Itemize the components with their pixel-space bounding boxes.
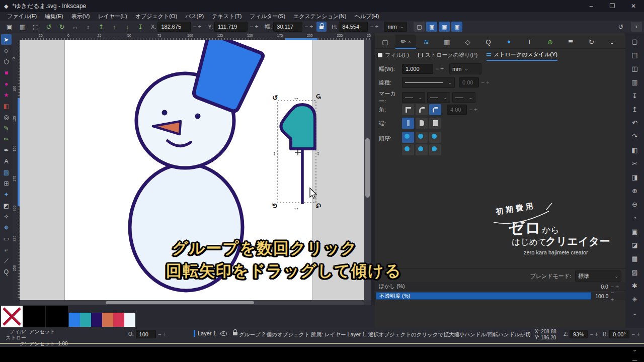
palette-swatch-crimson[interactable] xyxy=(113,313,124,327)
text-tool[interactable]: A xyxy=(1,156,12,166)
node-tool[interactable]: ⬦ xyxy=(1,45,12,56)
open-icon[interactable]: ▤ xyxy=(629,49,641,61)
fill-stroke-tab[interactable]: ✏× xyxy=(395,35,416,49)
rotation-spin[interactable]: −+ xyxy=(631,331,641,338)
cap-butt-button[interactable] xyxy=(402,118,414,129)
cut-icon[interactable]: ✂ xyxy=(629,157,641,169)
document-properties-tab[interactable]: ▢ xyxy=(375,35,395,49)
redo-icon[interactable]: ↷ xyxy=(629,130,641,142)
close-button[interactable]: ✕ xyxy=(623,0,644,12)
rotate-handle-br[interactable]: ↺ xyxy=(315,202,321,210)
menu-item-5[interactable]: パス(P) xyxy=(181,13,208,20)
join-miter-button[interactable] xyxy=(402,104,414,115)
palette-swatch-teal[interactable] xyxy=(80,313,91,327)
menu-item-7[interactable]: フィルター(S) xyxy=(246,13,289,20)
tab-stroke-style[interactable]: ストロークのスタイル(Y) xyxy=(487,51,557,61)
pencil-tool[interactable]: ✎ xyxy=(1,123,12,133)
rotation-input[interactable]: 0.00° xyxy=(609,330,629,338)
w-input[interactable]: 30.117 xyxy=(273,22,302,32)
y-spin[interactable]: −+ xyxy=(250,23,260,30)
skew-handle-right[interactable]: ↕ xyxy=(316,150,319,157)
skew-handle-top[interactable]: ↔ xyxy=(293,94,299,101)
cap-square-button[interactable] xyxy=(429,118,441,129)
blur-row[interactable]: ぼかし (%) 0.0 −+ xyxy=(375,282,625,291)
stroke-width-input[interactable]: 1.000 xyxy=(402,64,433,74)
order-stroke-fill-markers-button[interactable] xyxy=(416,132,428,143)
zoom-drawing-icon[interactable]: ⊕ xyxy=(629,185,641,197)
menu-item-6[interactable]: テキスト(T) xyxy=(208,13,246,20)
swatches-tab[interactable]: ≋ xyxy=(416,35,437,49)
x-input[interactable]: 182.675 xyxy=(157,22,191,32)
no-color-swatch[interactable] xyxy=(1,306,23,327)
x-spin[interactable]: −+ xyxy=(193,23,203,30)
new-document-icon[interactable]: ▢ xyxy=(629,35,641,47)
miter-limit-input[interactable]: 4.00 xyxy=(447,105,467,115)
lock-ratio-toggle[interactable] xyxy=(316,22,327,32)
menu-item-2[interactable]: 表示(V) xyxy=(67,13,94,20)
marker-dropdown-0[interactable]: ⌄ xyxy=(402,92,425,103)
skew-handle-bottom[interactable]: ↔ xyxy=(293,204,299,211)
export-icon[interactable]: ↥ xyxy=(629,103,641,115)
order-stroke-markers-fill-button[interactable] xyxy=(416,144,428,155)
objects-tab[interactable]: ▦ xyxy=(437,35,457,49)
unlink-clone-icon[interactable]: ✱ xyxy=(629,280,641,292)
history-tab[interactable]: ↻ xyxy=(581,35,602,49)
symbols-icon[interactable]: ✳ xyxy=(629,293,641,305)
mesh-tool[interactable]: ⊞ xyxy=(1,178,12,189)
eraser-tool[interactable]: ▭ xyxy=(1,233,12,244)
blur-value[interactable]: 0.0 xyxy=(601,284,608,290)
raise-icon[interactable]: ↑ xyxy=(108,22,121,32)
ungroup-icon[interactable]: ▨ xyxy=(629,266,641,278)
measure-tool[interactable]: ⟋ xyxy=(1,255,12,266)
connector-tool[interactable]: ⌐ xyxy=(1,244,12,255)
h-input[interactable]: 84.554 xyxy=(339,22,368,32)
join-bevel-button[interactable] xyxy=(429,104,441,115)
menu-item-8[interactable]: エクステンション(N) xyxy=(289,13,350,20)
undo-icon[interactable]: ↶ xyxy=(629,117,641,129)
lower-to-bottom-icon[interactable]: ↧ xyxy=(134,22,147,32)
vertical-ruler[interactable]: 75100125150175200225250 xyxy=(13,40,20,300)
tab-fill[interactable]: フィル(F) xyxy=(378,51,409,60)
stroke-width-unit-dropdown[interactable]: mm⌄ xyxy=(449,63,481,74)
palette-swatch-dark-indigo[interactable] xyxy=(91,313,102,327)
vertical-scrollbar-thumb[interactable] xyxy=(365,138,370,198)
marker-dropdown-2[interactable]: ⌄ xyxy=(452,92,475,103)
commands-menu-icon[interactable]: ☰ xyxy=(629,356,641,362)
close-dialog-icon[interactable]: × xyxy=(408,39,411,44)
rotate-handle-tl[interactable]: ↺ xyxy=(272,94,278,102)
text-font-tab[interactable]: T xyxy=(519,35,540,49)
zoom-spin[interactable]: −+ xyxy=(590,331,600,338)
paint-bucket-tool[interactable]: ◩ xyxy=(1,200,12,211)
rotate-ccw-icon[interactable]: ↺ xyxy=(42,22,55,32)
order-markers-stroke-fill-button[interactable] xyxy=(429,144,441,155)
print-icon[interactable]: ▥ xyxy=(629,76,641,88)
star-tool[interactable]: ★ xyxy=(1,89,12,100)
h-spin[interactable]: −+ xyxy=(370,23,380,30)
dash-offset-input[interactable]: 0.00 xyxy=(459,77,479,87)
order-markers-fill-stroke-button[interactable] xyxy=(429,132,441,143)
menu-item-1[interactable]: 編集(E) xyxy=(41,13,67,20)
cap-round-button[interactable] xyxy=(416,118,428,129)
shape-builder-tool[interactable]: ⬡ xyxy=(1,56,12,67)
opacity-quick-input[interactable]: 100 xyxy=(136,330,156,338)
import-icon[interactable]: ↧ xyxy=(629,89,641,102)
palette-swatch-salmon[interactable] xyxy=(102,313,113,327)
minimize-button[interactable]: – xyxy=(581,0,602,12)
tab-stroke-paint[interactable]: ストロークの塗り(P) xyxy=(418,51,477,60)
extensions-tab[interactable]: ⊕ xyxy=(540,35,560,49)
commands-more-icon[interactable]: ⌄ xyxy=(629,307,641,319)
move-transform-toggle[interactable]: ▢ xyxy=(414,22,425,32)
opacity-quick-spin[interactable]: −+ xyxy=(158,331,168,338)
scroll-down-icon[interactable]: ⌄ xyxy=(629,343,641,355)
find-tab[interactable]: Q xyxy=(478,35,499,49)
black-swatch[interactable] xyxy=(23,306,45,327)
flip-vertical-icon[interactable]: ↕ xyxy=(82,22,95,32)
menu-item-9[interactable]: ヘルプ(H) xyxy=(350,13,383,20)
marker-dropdown-1[interactable]: ⌄ xyxy=(427,92,450,103)
lower-icon[interactable]: ↓ xyxy=(121,22,134,32)
menu-item-3[interactable]: レイヤー(L) xyxy=(94,13,131,20)
palette-swatch-pale-blue[interactable] xyxy=(124,313,135,327)
scale-gradient-toggle[interactable]: ▣ xyxy=(451,22,462,32)
copy-icon[interactable]: ◧ xyxy=(629,144,641,156)
ellipse-tool[interactable]: ● xyxy=(1,78,12,89)
